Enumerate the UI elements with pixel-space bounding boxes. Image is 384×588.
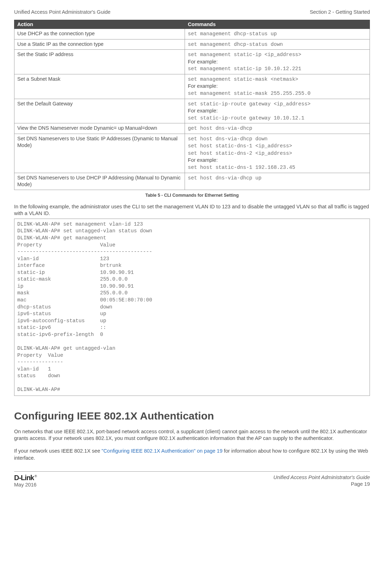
table-row: Set DNS Nameservers to Use Static IP Add… bbox=[14, 134, 370, 173]
table-row: View the DNS Nameserver mode Dynamic= up… bbox=[14, 123, 370, 134]
cell-command: set management dhcp-status down bbox=[185, 39, 370, 50]
cell-action: View the DNS Nameserver mode Dynamic= up… bbox=[14, 123, 185, 134]
section-paragraph-1: On networks that use IEEE 802.1X, port-b… bbox=[14, 428, 370, 442]
section-paragraph-2: If your network uses IEEE 802.1X see "Co… bbox=[14, 448, 370, 461]
cross-ref-link[interactable]: "Configuring IEEE 802.1X Authentication"… bbox=[101, 448, 222, 454]
dlink-logo: D-Link® bbox=[14, 474, 37, 482]
table-row: Set the Default Gateway set static-ip-ro… bbox=[14, 99, 370, 123]
table-row: Use a Static IP as the connection type s… bbox=[14, 39, 370, 50]
footer-date: May 2016 bbox=[14, 482, 37, 488]
cli-commands-table: Action Commands Use DHCP as the connecti… bbox=[14, 20, 370, 190]
page-footer: D-Link® May 2016 Unified Access Point Ad… bbox=[14, 472, 370, 495]
table-row: Set a Subnet Mask set management static-… bbox=[14, 74, 370, 99]
cell-command: set management static-ip <ip_address> Fo… bbox=[185, 50, 370, 74]
header-left: Unified Access Point Administrator's Gui… bbox=[14, 9, 111, 15]
header-right: Section 2 - Getting Started bbox=[310, 9, 370, 15]
footer-page-number: Page 19 bbox=[273, 481, 370, 488]
intro-paragraph: In the following example, the administra… bbox=[14, 203, 370, 217]
cell-action: Set DNS Nameservers to Use Static IP Add… bbox=[14, 134, 185, 173]
cell-action: Set the Default Gateway bbox=[14, 99, 185, 123]
table-caption: Table 5 - CLI Commands for Ethernet Sett… bbox=[14, 193, 370, 198]
cell-command: set static-ip-route gateway <ip_address>… bbox=[185, 99, 370, 123]
cell-action: Set DNS Nameservers to Use DHCP IP Addre… bbox=[14, 173, 185, 190]
cell-action: Use a Static IP as the connection type bbox=[14, 39, 185, 50]
table-row: Set the Static IP address set management… bbox=[14, 50, 370, 74]
cell-command: set management dhcp-status up bbox=[185, 29, 370, 39]
footer-doc-title: Unified Access Point Administrator's Gui… bbox=[273, 474, 370, 481]
cell-command: set management static-mask <netmask> For… bbox=[185, 74, 370, 99]
table-row: Set DNS Nameservers to Use DHCP IP Addre… bbox=[14, 173, 370, 190]
th-commands: Commands bbox=[185, 20, 370, 29]
cli-output-block: DLINK-WLAN-AP# set management vlan-id 12… bbox=[14, 219, 370, 396]
cell-action: Set the Static IP address bbox=[14, 50, 185, 74]
cell-command: set host dns-via-dhcp up bbox=[185, 173, 370, 190]
cell-command: get host dns-via-dhcp bbox=[185, 123, 370, 134]
cell-action: Use DHCP as the connection type bbox=[14, 29, 185, 39]
section-heading: Configuring IEEE 802.1X Authentication bbox=[14, 410, 370, 422]
cell-action: Set a Subnet Mask bbox=[14, 74, 185, 99]
th-action: Action bbox=[14, 20, 185, 29]
cell-command: set host dns-via-dhcp down set host stat… bbox=[185, 134, 370, 173]
table-row: Use DHCP as the connection type set mana… bbox=[14, 29, 370, 39]
page-header: Unified Access Point Administrator's Gui… bbox=[14, 9, 370, 15]
